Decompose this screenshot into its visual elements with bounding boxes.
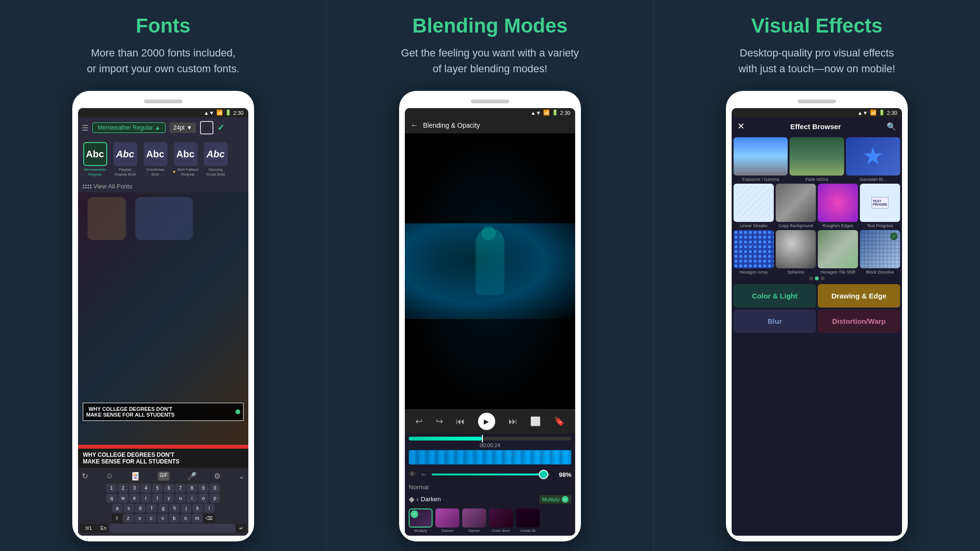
- timeline-bar[interactable]: [409, 437, 571, 441]
- timeline-playhead[interactable]: [482, 435, 483, 442]
- key-o[interactable]: o: [198, 494, 209, 503]
- key-6[interactable]: 6: [164, 484, 174, 493]
- key-k[interactable]: k: [192, 504, 203, 513]
- key-l[interactable]: l: [204, 504, 214, 513]
- emoji-icon[interactable]: ☺: [105, 472, 113, 481]
- effect-hextile[interactable]: Hexagon Tile Shift: [818, 230, 858, 275]
- blend-thumb-darker[interactable]: Darker: [462, 508, 486, 533]
- phone1: ▲▼ 📶 🔋 2:30 ☰ Merriweather Regular ▲ 24p…: [72, 91, 254, 541]
- key-y[interactable]: y: [164, 494, 174, 503]
- effect-blockdissolve[interactable]: ✓ Block Dissolve: [860, 230, 900, 275]
- key-7[interactable]: 7: [175, 484, 186, 493]
- key-delete[interactable]: ⌫: [203, 514, 215, 523]
- skip-start-button[interactable]: ⏮: [456, 417, 465, 427]
- close-button[interactable]: ✕: [737, 121, 745, 132]
- skip-end-button[interactable]: ⏭: [509, 417, 517, 427]
- opacity-handle[interactable]: [539, 470, 548, 479]
- key-u[interactable]: u: [175, 494, 186, 503]
- key-g[interactable]: g: [158, 504, 168, 513]
- back-arrow-2[interactable]: ←: [420, 470, 428, 479]
- font-item-merriweather[interactable]: Abc MerriweatherRegular: [82, 142, 108, 176]
- redo-button[interactable]: ↪: [436, 416, 443, 427]
- sticker-icon[interactable]: 🃏: [131, 472, 140, 481]
- cat-drawing-edge[interactable]: Drawing & Edge: [818, 284, 900, 308]
- key-4[interactable]: 4: [141, 484, 151, 493]
- key-1[interactable]: 1: [106, 484, 117, 493]
- undo-button[interactable]: ↩: [415, 416, 423, 427]
- view-all-fonts-button[interactable]: View All Fonts: [78, 180, 248, 192]
- play-button[interactable]: ▶: [478, 413, 495, 430]
- key-a[interactable]: a: [112, 504, 122, 513]
- key-t[interactable]: t: [152, 494, 163, 503]
- effect-spherize[interactable]: Spherize: [776, 230, 816, 275]
- key-space[interactable]: [110, 524, 235, 533]
- key-x[interactable]: x: [134, 514, 145, 523]
- effect-fadein[interactable]: Fade In/Out: [790, 137, 844, 182]
- chevron-down-keyboard[interactable]: ⌄: [238, 472, 245, 481]
- key-s[interactable]: s: [123, 504, 134, 513]
- key-b[interactable]: b: [169, 514, 179, 523]
- key-h[interactable]: h: [169, 504, 180, 513]
- rotate-icon[interactable]: ↻: [82, 472, 88, 481]
- key-0[interactable]: 0: [210, 484, 220, 493]
- cat-blur-btn[interactable]: Blur: [734, 309, 816, 333]
- key-8[interactable]: 8: [187, 484, 197, 493]
- cat-color-light[interactable]: Color & Light: [734, 284, 816, 308]
- duplicate-button[interactable]: ⬜: [530, 416, 541, 427]
- key-f[interactable]: f: [146, 504, 157, 513]
- key-enter[interactable]: ↵: [236, 524, 246, 533]
- font-item-playfair[interactable]: Abc PlayfairDisplay Bold: [112, 142, 138, 176]
- effect-linearstreaks[interactable]: Linear Streaks: [734, 184, 774, 228]
- key-c[interactable]: c: [146, 514, 156, 523]
- gif-icon[interactable]: GIF: [158, 472, 170, 481]
- key-m[interactable]: m: [192, 514, 202, 523]
- key-shift[interactable]: ⇧: [111, 514, 122, 523]
- opacity-slider[interactable]: [432, 474, 551, 475]
- effect-textprog[interactable]: TEXTPROGRE Text Progress: [860, 184, 900, 228]
- font-item-comfortaa[interactable]: Abc ComfortaaBold: [142, 142, 168, 176]
- font-name-selector[interactable]: Merriweather Regular ▲: [92, 122, 166, 133]
- confirm-button[interactable]: ✓: [217, 122, 224, 133]
- effect-roughen[interactable]: Roughen Edges: [818, 184, 858, 228]
- blend-label-linearbl: Linear Bl: [520, 529, 535, 533]
- key-q[interactable]: q: [106, 494, 117, 503]
- settings-icon[interactable]: ⚙: [214, 472, 221, 481]
- key-2[interactable]: 2: [118, 484, 128, 493]
- search-button[interactable]: 🔍: [887, 122, 896, 131]
- timeline-clip[interactable]: [409, 450, 571, 464]
- multiply-tag[interactable]: Multiply ✓: [539, 495, 571, 504]
- effect-gaussian[interactable]: Gaussian Bl...: [846, 137, 900, 182]
- effect-hexarray[interactable]: Hexagon Array: [734, 230, 774, 275]
- key-v[interactable]: v: [157, 514, 168, 523]
- key-9[interactable]: 9: [198, 484, 209, 493]
- key-3[interactable]: 3: [129, 484, 140, 493]
- font-item-abril[interactable]: Abc ★Abril FatfaceRegular: [172, 142, 199, 176]
- key-r[interactable]: r: [141, 494, 151, 503]
- blend-thumb-darken[interactable]: Darken: [435, 508, 459, 533]
- bookmark-button[interactable]: 🔖: [554, 416, 565, 427]
- cat-distort-warp[interactable]: Distortion/Warp: [818, 309, 900, 333]
- font-size-selector[interactable]: 24pt ▼: [169, 122, 196, 133]
- effect-exposure[interactable]: Exposure / Gamma: [734, 137, 788, 182]
- blend-thumb-linearbl[interactable]: Linear Bl: [516, 508, 540, 533]
- font-item-dancing[interactable]: Abc DancingScript Bold: [202, 142, 229, 176]
- blend-thumb-colorburn[interactable]: Color Burn: [489, 508, 513, 533]
- mic-icon[interactable]: 🎤: [187, 472, 197, 481]
- menu-icon[interactable]: ☰: [82, 123, 89, 132]
- key-j[interactable]: j: [181, 504, 191, 513]
- key-5[interactable]: 5: [152, 484, 163, 493]
- key-w[interactable]: w: [118, 494, 128, 503]
- back-arrow-button[interactable]: ←: [411, 121, 418, 130]
- text-box-button[interactable]: [200, 121, 213, 134]
- key-n[interactable]: n: [180, 514, 191, 523]
- key-z[interactable]: z: [123, 514, 134, 523]
- blend-left-arrow[interactable]: ‹: [416, 495, 419, 504]
- key-p[interactable]: p: [210, 494, 220, 503]
- effect-copybg[interactable]: Copy Background: [776, 184, 816, 228]
- key-e[interactable]: e: [129, 494, 140, 503]
- key-numswitch[interactable]: !#1: [80, 524, 97, 533]
- blend-thumb-multiply[interactable]: ✓ Multiply: [409, 508, 433, 533]
- key-i[interactable]: i: [187, 494, 197, 503]
- key-lang[interactable]: En: [98, 524, 109, 533]
- key-d[interactable]: d: [135, 504, 145, 513]
